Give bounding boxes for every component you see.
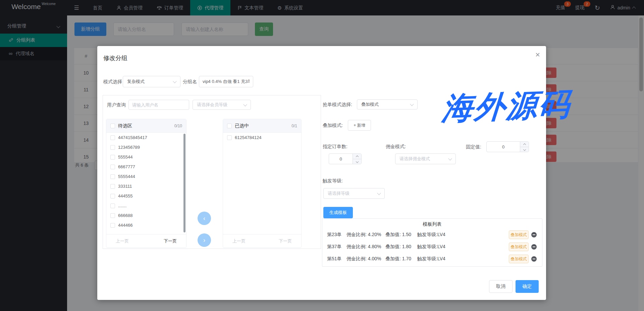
- template-row: 第37单 佣金比例: 4.80% 叠加值: 1.80 触发等级:LV4 叠加模式: [322, 241, 542, 253]
- edit-group-dialog: 修改分组 × 模式选择 复杂模式 分组名 用户查询 请选择会员等级 待选区 0/…: [97, 46, 546, 300]
- close-icon[interactable]: ×: [535, 51, 540, 59]
- list-item[interactable]: 444555: [106, 191, 186, 201]
- remove-template-icon[interactable]: [531, 244, 537, 250]
- template-row: 第51单 佣金比例: 4.00% 叠加值: 1.70 触发等级:LV4 叠加模式: [322, 253, 542, 265]
- step-down-button[interactable]: [520, 147, 529, 152]
- list-scrollbar[interactable]: [183, 134, 185, 232]
- move-left-button[interactable]: ‹: [198, 212, 211, 225]
- overlay-mode-tag[interactable]: 叠加模式: [509, 230, 529, 239]
- list-item[interactable]: 61254784124: [223, 133, 301, 142]
- trigger-level-placeholder: 请选择等级: [328, 190, 350, 196]
- list-item[interactable]: 666688: [106, 211, 186, 220]
- fixed-value-input[interactable]: 0: [486, 141, 529, 152]
- template-trigger-level: 触发等级:LV4: [417, 232, 445, 238]
- item-checkbox[interactable]: [110, 155, 115, 160]
- page: Welcome Welcome ☰ 首页 会员管理 订单管理: [0, 0, 644, 311]
- list-item[interactable]: 447415845417: [106, 133, 186, 142]
- item-label: 333111: [118, 184, 132, 189]
- commission-mode-label: 佣金模式:: [386, 141, 406, 151]
- item-checkbox[interactable]: [110, 213, 115, 218]
- list-item[interactable]: 444466: [106, 220, 186, 230]
- chevron-down-icon: [410, 102, 414, 106]
- step-up-button[interactable]: [520, 142, 529, 147]
- transfer-target-pager: 上一页 下一页: [223, 234, 301, 248]
- item-label: .......: [118, 203, 126, 208]
- item-checkbox[interactable]: [110, 223, 115, 228]
- remove-template-icon[interactable]: [531, 256, 537, 262]
- template-order: 第51单: [327, 256, 342, 262]
- template-trigger-level: 触发等级:LV4: [417, 256, 445, 262]
- step-up-button[interactable]: [353, 154, 361, 159]
- transfer-source-header: 待选区 0/10: [106, 119, 186, 133]
- overlay-mode-tag[interactable]: 叠加模式: [509, 255, 529, 263]
- template-overlay-value: 叠加值: 1.50: [385, 232, 411, 238]
- add-new-button[interactable]: + 新增: [348, 120, 371, 131]
- item-label: 447415845417: [118, 135, 147, 140]
- list-item[interactable]: 5555444: [106, 172, 186, 181]
- grab-mode-select[interactable]: 叠加模式: [357, 99, 418, 109]
- transfer-target-header: 已选中 0/1: [223, 119, 301, 133]
- group-name-input[interactable]: [199, 76, 253, 87]
- item-checkbox[interactable]: [110, 194, 115, 198]
- transfer-target-panel: 已选中 0/1 61254784124 上一页 下一页: [223, 119, 302, 248]
- trigger-level-label: 触发等级:: [323, 176, 343, 186]
- mode-select-value: 复杂模式: [127, 79, 145, 85]
- transfer-source-panel: 待选区 0/10 447415845417 123456789 555544 6…: [106, 119, 186, 248]
- list-item[interactable]: 6667777: [106, 162, 186, 172]
- template-overlay-value: 叠加值: 1.80: [385, 244, 411, 250]
- fixed-value-stepper: [520, 142, 529, 152]
- remove-template-icon[interactable]: [531, 232, 537, 237]
- fixed-value: 0: [487, 142, 520, 152]
- panel-count: 0/1: [291, 124, 297, 128]
- next-page-button[interactable]: 下一页: [279, 238, 292, 244]
- chevron-down-icon: [377, 191, 381, 195]
- item-checkbox[interactable]: [110, 145, 115, 150]
- next-page-button[interactable]: 下一页: [164, 238, 177, 244]
- panel-title: 待选区: [118, 123, 171, 129]
- order-count-input[interactable]: 0: [329, 153, 362, 164]
- item-label: 123456789: [118, 145, 140, 150]
- item-checkbox[interactable]: [110, 204, 115, 208]
- item-checkbox[interactable]: [110, 165, 115, 169]
- transfer-target-list: 61254784124: [223, 133, 301, 234]
- list-item[interactable]: .......: [106, 201, 186, 211]
- prev-page-button[interactable]: 上一页: [232, 238, 246, 244]
- template-list: 模板列表 第23单 佣金比例: 4.20% 叠加值: 1.50 触发等级:LV4…: [322, 218, 542, 267]
- member-level-select[interactable]: 请选择会员等级: [193, 100, 251, 110]
- overlay-mode-tag[interactable]: 叠加模式: [509, 242, 529, 251]
- item-checkbox[interactable]: [110, 174, 115, 179]
- select-all-checkbox[interactable]: [227, 124, 232, 128]
- item-checkbox[interactable]: [227, 135, 232, 140]
- item-checkbox[interactable]: [110, 135, 115, 140]
- order-count-stepper: [353, 154, 361, 164]
- list-item[interactable]: 333111: [106, 181, 186, 191]
- username-search-input[interactable]: [128, 100, 189, 110]
- user-query-label: 用户查询: [107, 100, 126, 110]
- cancel-button[interactable]: 取消: [489, 280, 513, 293]
- move-right-button[interactable]: ›: [198, 233, 211, 247]
- step-down-button[interactable]: [353, 159, 361, 164]
- commission-mode-select[interactable]: 请选择佣金模式: [395, 153, 456, 164]
- item-label: 61254784124: [235, 135, 262, 140]
- template-commission: 佣金比例: 4.20%: [346, 232, 381, 238]
- trigger-level-select[interactable]: 请选择等级: [323, 188, 385, 199]
- template-trigger-level: 触发等级:LV4: [417, 244, 445, 250]
- mode-select[interactable]: 复杂模式: [123, 76, 180, 87]
- list-item[interactable]: 123456789: [106, 142, 186, 152]
- template-order: 第23单: [327, 232, 342, 238]
- template-order: 第37单: [327, 244, 342, 250]
- grab-mode-label: 抢单模式选择:: [323, 99, 352, 109]
- confirm-button[interactable]: 确定: [516, 280, 539, 293]
- transfer-source-pager: 上一页 下一页: [106, 234, 186, 248]
- item-label: 666688: [118, 213, 132, 218]
- list-item[interactable]: 555544: [106, 152, 186, 162]
- generate-template-button[interactable]: 生成模板: [323, 207, 353, 218]
- item-checkbox[interactable]: [110, 184, 115, 189]
- chevron-down-icon: [448, 157, 452, 160]
- template-list-title: 模板列表: [322, 219, 542, 229]
- select-all-checkbox[interactable]: [110, 124, 115, 128]
- item-label: 5555444: [118, 174, 135, 179]
- prev-page-button[interactable]: 上一页: [116, 238, 129, 244]
- mode-select-label: 模式选择: [103, 76, 122, 88]
- item-label: 6667777: [118, 164, 135, 169]
